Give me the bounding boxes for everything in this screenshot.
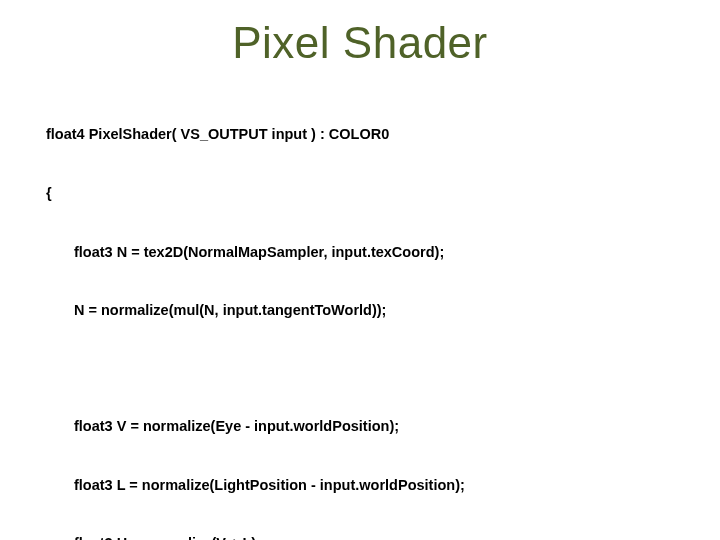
code-line: float3 N = tex2D(NormalMapSampler, input… bbox=[46, 243, 690, 263]
slide: Pixel Shader float4 PixelShader( VS_OUTP… bbox=[0, 18, 720, 540]
code-line: float3 H = normalize(V + L); bbox=[46, 534, 690, 540]
code-line: float3 L = normalize(LightPosition - inp… bbox=[46, 476, 690, 496]
code-line: float4 PixelShader( VS_OUTPUT input ) : … bbox=[46, 125, 690, 145]
code-block: float4 PixelShader( VS_OUTPUT input ) : … bbox=[46, 86, 690, 540]
code-line: N = normalize(mul(N, input.tangentToWorl… bbox=[46, 301, 690, 321]
blank-line bbox=[46, 360, 690, 378]
code-line: float3 V = normalize(Eye - input.worldPo… bbox=[46, 417, 690, 437]
code-line: { bbox=[46, 184, 690, 204]
slide-title: Pixel Shader bbox=[0, 18, 720, 68]
